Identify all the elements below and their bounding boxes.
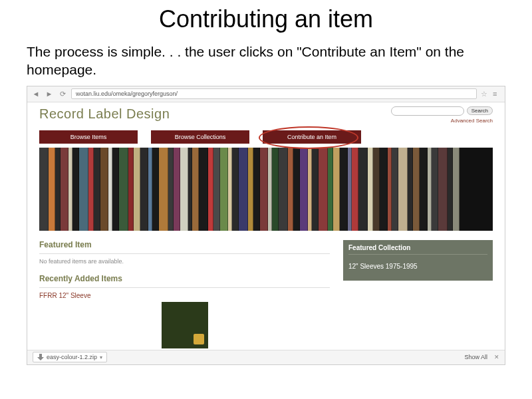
site-title[interactable]: Record Label Design <box>39 106 170 122</box>
featured-item-empty-text: No featured items are available. <box>39 258 330 265</box>
browser-menu-icon[interactable]: ≡ <box>493 90 501 98</box>
divider <box>39 287 330 288</box>
nav-tabs: Browse Items Browse Collections Contribu… <box>39 130 493 144</box>
forward-icon[interactable]: ► <box>45 89 54 98</box>
show-all-downloads-link[interactable]: Show All <box>464 354 487 360</box>
url-bar[interactable]: wotan.liu.edu/omeka/gregoryferguson/ <box>71 88 477 99</box>
chevron-down-icon[interactable]: ▾ <box>100 354 102 360</box>
sidebar-column: Featured Collection 12" Sleeves 1975-199… <box>343 240 493 348</box>
download-icon <box>37 354 44 360</box>
recently-added-heading: Recently Added Items <box>39 274 330 283</box>
screenshot-frame: ◄ ► ⟳ wotan.liu.edu/omeka/gregoryferguso… <box>27 86 505 365</box>
featured-item-heading: Featured Item <box>39 240 330 249</box>
recent-item-link[interactable]: FFRR 12" Sleeve <box>39 292 330 299</box>
divider <box>39 253 330 254</box>
featured-collection-link[interactable]: 12" Sleeves 1975-1995 <box>348 259 487 277</box>
recent-item-thumbnail[interactable] <box>162 302 208 348</box>
bookmark-star-icon[interactable]: ☆ <box>481 90 489 98</box>
slide-body-text: The process is simple. . . the user clic… <box>27 43 505 79</box>
download-chip[interactable]: easy-colour-1.2.zip ▾ <box>33 352 107 362</box>
close-download-bar-icon[interactable]: ✕ <box>494 354 499 360</box>
tab-contribute-item[interactable]: Contribute an Item <box>263 130 361 144</box>
tab-browse-items[interactable]: Browse Items <box>39 130 138 144</box>
search-area: Search Advanced Search <box>391 106 493 124</box>
slide-title: Contributing an item <box>0 5 532 33</box>
back-icon[interactable]: ◄ <box>31 89 41 98</box>
banner-image <box>39 148 493 231</box>
advanced-search-link[interactable]: Advanced Search <box>391 118 493 124</box>
main-column: Featured Item No featured items are avai… <box>39 240 330 348</box>
download-filename: easy-colour-1.2.zip <box>47 354 97 360</box>
reload-icon[interactable]: ⟳ <box>58 89 67 98</box>
page-content: Record Label Design Search Advanced Sear… <box>27 102 505 348</box>
featured-collection-heading: Featured Collection <box>348 244 487 255</box>
search-input[interactable] <box>391 106 464 116</box>
browser-download-bar: easy-colour-1.2.zip ▾ Show All ✕ <box>27 350 505 364</box>
browser-toolbar: ◄ ► ⟳ wotan.liu.edu/omeka/gregoryferguso… <box>27 86 505 102</box>
featured-collection-box: Featured Collection 12" Sleeves 1975-199… <box>343 240 493 281</box>
search-button[interactable]: Search <box>467 106 493 115</box>
tab-browse-collections[interactable]: Browse Collections <box>151 130 249 144</box>
